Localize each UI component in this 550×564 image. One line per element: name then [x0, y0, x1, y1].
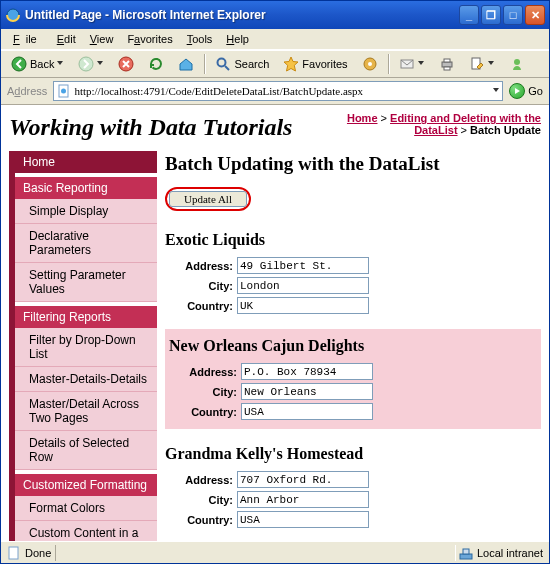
- sidebar-item[interactable]: Master-Details-Details: [15, 367, 157, 392]
- search-icon: [215, 56, 231, 72]
- sidebar-group-head[interactable]: Basic Reporting: [15, 177, 157, 199]
- media-button[interactable]: [358, 54, 382, 74]
- supplier-name: Exotic Liquids: [165, 231, 541, 249]
- sidebar-item[interactable]: Details of Selected Row: [15, 431, 157, 470]
- app-icon: [5, 7, 21, 23]
- page-title: Working with Data Tutorials: [9, 114, 331, 141]
- sidebar-group-head[interactable]: Filtering Reports: [15, 306, 157, 328]
- field-label-city: City:: [165, 280, 233, 292]
- addressbar: Address Go: [1, 78, 549, 105]
- supplier-block: Exotic LiquidsAddress:City:Country:: [165, 225, 541, 319]
- refresh-icon: [148, 56, 164, 72]
- svg-rect-15: [9, 547, 18, 559]
- address-label: Address: [7, 85, 47, 97]
- toolbar: Back Search Favorites: [1, 50, 549, 78]
- restore-button[interactable]: ❐: [481, 5, 501, 25]
- supplier-name: Grandma Kelly's Homestead: [165, 445, 541, 463]
- address-input[interactable]: [241, 363, 373, 380]
- stop-icon: [118, 56, 134, 72]
- menu-favorites[interactable]: Favorites: [121, 31, 178, 47]
- refresh-button[interactable]: [144, 54, 168, 74]
- mail-icon: [399, 56, 415, 72]
- url-input[interactable]: [72, 83, 493, 99]
- edit-button[interactable]: [465, 54, 499, 74]
- supplier-block: New Orleans Cajun DelightsAddress:City:C…: [165, 329, 541, 429]
- menu-help[interactable]: Help: [220, 31, 255, 47]
- field-label-address: Address:: [165, 260, 233, 272]
- forward-icon: [78, 56, 94, 72]
- back-button[interactable]: Back: [7, 54, 68, 74]
- svg-rect-16: [460, 554, 472, 559]
- chevron-down-icon: [57, 61, 64, 68]
- menu-tools[interactable]: Tools: [181, 31, 219, 47]
- svg-rect-9: [444, 59, 450, 62]
- svg-point-12: [514, 59, 520, 65]
- messenger-button[interactable]: [505, 54, 529, 74]
- separator: [204, 54, 205, 74]
- home-button[interactable]: [174, 54, 198, 74]
- country-input[interactable]: [241, 403, 373, 420]
- svg-point-2: [79, 57, 93, 71]
- print-icon: [439, 56, 455, 72]
- search-button[interactable]: Search: [211, 54, 273, 74]
- update-all-highlight: Update All: [165, 187, 251, 211]
- app-window: Untitled Page - Microsoft Internet Explo…: [0, 0, 550, 564]
- page-icon: [7, 546, 21, 560]
- field-label-address: Address:: [169, 366, 237, 378]
- sidebar-item[interactable]: Custom Content in a GridView: [15, 521, 157, 541]
- chevron-down-icon[interactable]: [493, 88, 500, 95]
- maximize-button[interactable]: □: [503, 5, 523, 25]
- messenger-icon: [509, 56, 525, 72]
- forward-button[interactable]: [74, 54, 108, 74]
- main-content: Batch Updating with the DataList Update …: [165, 151, 541, 541]
- mail-button[interactable]: [395, 54, 429, 74]
- media-icon: [362, 56, 378, 72]
- close-button[interactable]: ✕: [525, 5, 545, 25]
- address-input[interactable]: [237, 257, 369, 274]
- menu-file[interactable]: File: [7, 31, 49, 47]
- minimize-button[interactable]: _: [459, 5, 479, 25]
- breadcrumb-home[interactable]: Home: [347, 112, 378, 124]
- page-icon: [56, 83, 72, 99]
- sidebar-home[interactable]: Home: [15, 151, 157, 173]
- sidebar-item[interactable]: Format Colors: [15, 496, 157, 521]
- field-label-country: Country:: [169, 406, 237, 418]
- svg-point-4: [218, 59, 226, 67]
- go-button[interactable]: Go: [509, 83, 543, 99]
- sidebar-group-head[interactable]: Customized Formatting: [15, 474, 157, 496]
- city-input[interactable]: [241, 383, 373, 400]
- svg-rect-10: [444, 67, 450, 70]
- sidebar-item[interactable]: Filter by Drop-Down List: [15, 328, 157, 367]
- sidebar-item[interactable]: Simple Display: [15, 199, 157, 224]
- chevron-down-icon: [418, 61, 425, 68]
- address-input[interactable]: [237, 471, 369, 488]
- chevron-down-icon: [97, 61, 104, 68]
- stop-button[interactable]: [114, 54, 138, 74]
- sidebar-item[interactable]: Setting Parameter Values: [15, 263, 157, 302]
- city-input[interactable]: [237, 491, 369, 508]
- menu-view[interactable]: View: [84, 31, 120, 47]
- breadcrumb: Home > Editing and Deleting with the Dat…: [331, 112, 541, 136]
- city-input[interactable]: [237, 277, 369, 294]
- content-title: Batch Updating with the DataList: [165, 153, 541, 175]
- status-text: Done: [25, 547, 51, 559]
- viewport[interactable]: Working with Data Tutorials Home > Editi…: [1, 105, 549, 541]
- field-label-country: Country:: [165, 300, 233, 312]
- svg-rect-17: [463, 549, 469, 554]
- sidebar-item[interactable]: Master/Detail Across Two Pages: [15, 392, 157, 431]
- update-all-button[interactable]: Update All: [169, 191, 247, 207]
- favorites-label: Favorites: [302, 58, 347, 70]
- print-button[interactable]: [435, 54, 459, 74]
- country-input[interactable]: [237, 511, 369, 528]
- favorites-button[interactable]: Favorites: [279, 54, 351, 74]
- address-field[interactable]: [53, 81, 503, 101]
- window-title: Untitled Page - Microsoft Internet Explo…: [25, 8, 459, 22]
- svg-point-6: [368, 62, 372, 66]
- zone-icon: [459, 546, 473, 560]
- country-input[interactable]: [237, 297, 369, 314]
- statusbar: Done Local intranet: [1, 541, 549, 563]
- svg-point-1: [12, 57, 26, 71]
- menu-edit[interactable]: Edit: [51, 31, 82, 47]
- field-label-city: City:: [165, 494, 233, 506]
- sidebar-item[interactable]: Declarative Parameters: [15, 224, 157, 263]
